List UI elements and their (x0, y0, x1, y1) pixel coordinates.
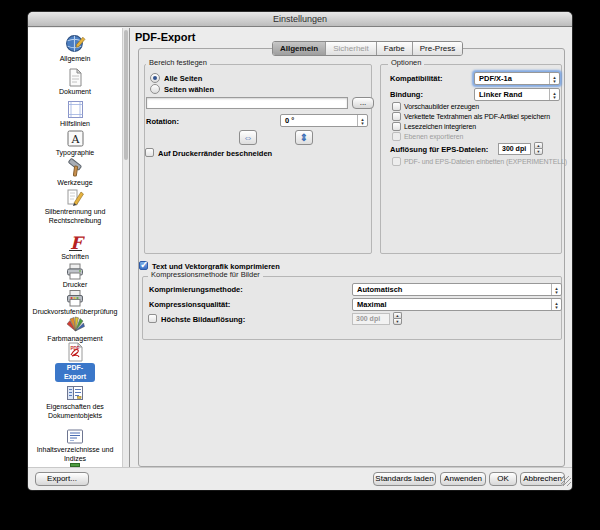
clip-to-margins-label: Auf Druckerränder beschneiden (158, 149, 272, 158)
printer-icon (65, 262, 85, 280)
layers-label: Ebenen exportieren (404, 133, 463, 140)
max-resolution-label: Höchste Bildauflösung: (161, 315, 245, 324)
apply-button[interactable]: Anwenden (440, 472, 486, 486)
stepper-down-icon[interactable]: ▾ (534, 148, 543, 155)
svg-text:PDF: PDF (71, 346, 80, 351)
eps-resolution-label: Auflösung für EPS-Dateien: (390, 145, 488, 154)
color-fan-icon (65, 315, 86, 334)
eps-resolution-spinner[interactable]: 300 dpi (498, 143, 531, 155)
rotation-dropdown[interactable]: 0 ° ▴▾ (280, 114, 368, 127)
bookmarks-checkbox[interactable] (392, 122, 401, 131)
compression-quality-value: Maximal (353, 300, 551, 309)
compatibility-dropdown[interactable]: PDF/X-1a ▴▾ (474, 72, 560, 85)
radio-dot-icon (153, 76, 157, 80)
embed-pdf-eps-label: PDF- und EPS-Dateien einbetten (EXPERIME… (404, 158, 567, 165)
articles-label: Verkettete Textrahmen als PDF-Artikel sp… (404, 113, 550, 120)
sidebar-item-label: Allgemein (28, 55, 122, 64)
thumbnails-label: Vorschaubilder erzeugen (404, 103, 479, 110)
compatibility-value: PDF/X-1a (475, 74, 549, 83)
preflight-icon (65, 289, 85, 307)
footer-divider (28, 467, 572, 468)
choose-pages-radio[interactable] (150, 84, 160, 94)
bookmarks-label: Lesezeichen integrieren (404, 123, 476, 130)
guides-icon (67, 100, 84, 119)
export-button[interactable]: Export... (35, 472, 89, 486)
eps-resolution-stepper[interactable]: ▴ ▾ (534, 142, 543, 155)
tab-farbe[interactable]: Farbe (376, 42, 412, 55)
sidebar-scrollbar-thumb[interactable] (124, 30, 128, 160)
flip-horizontal-icon: ⇔ (243, 132, 253, 143)
window-title: Einstellungen (273, 14, 327, 24)
flip-vertical-icon: ⇕ (300, 132, 308, 143)
document-icon (66, 68, 84, 87)
compatibility-label: Kompatibilität: (390, 74, 443, 83)
sidebar-item-label-selected: PDF-Export (55, 363, 95, 382)
tab-allgemein[interactable]: Allgemein (273, 42, 325, 55)
dropdown-stepper-icon: ▴▾ (551, 284, 561, 295)
compression-quality-label: Kompressionsqualität: (149, 300, 230, 309)
sidebar-item-label: Hilfslinien (28, 120, 122, 129)
sidebar-item-allgemein[interactable]: Allgemein (28, 33, 122, 64)
fonts-icon: F (66, 233, 85, 252)
toc-icon (65, 428, 85, 445)
dropdown-stepper-icon: ▴▾ (549, 73, 559, 84)
sidebar-item-drucker[interactable]: Drucker (28, 262, 122, 290)
cancel-button[interactable]: Abbrechen (520, 472, 565, 486)
sidebar-item-label: Dokument (28, 88, 122, 97)
sidebar-item-inhaltsverzeichnisse[interactable]: Inhaltsverzeichnisse und Indizes (28, 428, 122, 463)
sidebar-item-objekteigenschaften[interactable]: Eigenschaften des Dokumentobjekts (28, 384, 122, 420)
thumbnails-checkbox[interactable] (392, 102, 401, 111)
sidebar-item-werkzeuge[interactable]: Werkzeuge (28, 158, 122, 188)
sidebar-item-dokument[interactable]: Dokument (28, 68, 122, 97)
sidebar-item-hilfslinien[interactable]: Hilfslinien (28, 100, 122, 129)
pencil-icon (66, 188, 85, 207)
sidebar-item-pdf-export[interactable]: PDF PDF-Export (28, 342, 122, 383)
resize-grip-icon[interactable] (561, 476, 571, 486)
tab-prepress[interactable]: Pre-Press (412, 42, 463, 55)
binding-value: Linker Rand (475, 90, 549, 99)
sidebar-item-label: Inhaltsverzeichnisse und Indizes (28, 446, 122, 463)
sidebar-item-label: Werkzeuge (28, 179, 122, 188)
rotation-value: 0 ° (281, 116, 357, 125)
tab-sicherheit[interactable]: Sicherheit (325, 42, 376, 55)
sidebar-item-label: Silbentrennung und Rechtschreibung (28, 208, 122, 225)
clip-to-margins-checkbox[interactable] (145, 148, 154, 157)
compression-quality-dropdown[interactable]: Maximal ▴▾ (352, 298, 562, 311)
window-titlebar[interactable]: Einstellungen (28, 12, 572, 27)
max-resolution-checkbox[interactable] (148, 314, 157, 323)
pages-input[interactable] (146, 97, 348, 109)
compress-text-checkbox[interactable]: ✓ (139, 261, 148, 270)
sidebar-item-silbentrennung[interactable]: Silbentrennung und Rechtschreibung (28, 188, 122, 225)
flip-horizontal-button[interactable]: ⇔ (239, 130, 257, 145)
dropdown-stepper-icon: ▴▾ (551, 299, 561, 310)
sidebar-scrollbar[interactable] (122, 28, 130, 467)
tab-bar: Allgemein Sicherheit Farbe Pre-Press (272, 41, 463, 56)
flip-vertical-button[interactable]: ⇕ (295, 130, 313, 145)
svg-text:A: A (70, 133, 80, 146)
load-defaults-button[interactable]: Standards laden (373, 472, 436, 486)
typography-icon: A (66, 129, 85, 148)
sidebar-item-typographie[interactable]: A Typographie (28, 129, 122, 158)
compression-method-dropdown[interactable]: Automatisch ▴▾ (352, 283, 562, 296)
binding-label: Bindung: (390, 90, 423, 99)
sidebar-item-farbmanagement[interactable]: Farbmanagement (28, 315, 122, 344)
sidebar-item-label: Typographie (28, 149, 122, 158)
compression-group-label: Kompressionsmethode für Bilder (148, 270, 263, 279)
rotation-label: Rotation: (146, 117, 179, 126)
sidebar-item-druckvorstufe[interactable]: Druckvorstufenüberprüfung (28, 289, 122, 317)
dropdown-stepper-icon: ▴▾ (549, 89, 559, 100)
sidebar-item-schriften[interactable]: F Schriften (28, 233, 122, 262)
options-group-label: Optionen (388, 58, 424, 67)
all-pages-radio[interactable] (150, 73, 160, 83)
stepper-down-icon: ▾ (393, 318, 402, 325)
binding-dropdown[interactable]: Linker Rand ▴▾ (474, 88, 560, 101)
articles-checkbox[interactable] (392, 112, 401, 121)
max-resolution-spinner: 300 dpi (352, 313, 390, 325)
browse-pages-button[interactable]: ... (352, 97, 374, 109)
item-properties-icon (65, 384, 85, 402)
globe-icon (65, 33, 86, 54)
page-title: PDF-Export (135, 31, 196, 43)
hammer-icon (65, 158, 85, 178)
ok-button[interactable]: OK (489, 472, 517, 486)
compression-method-value: Automatisch (353, 285, 551, 294)
